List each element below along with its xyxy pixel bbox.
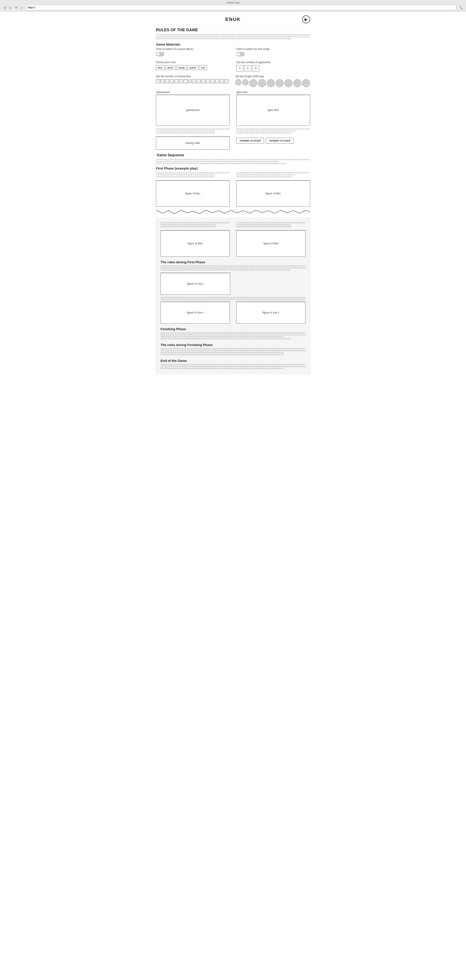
color-blue[interactable]: blue [156, 65, 164, 70]
fleeing-label: fleeing order [185, 141, 201, 145]
gameboard-label: Gameboard [156, 91, 230, 94]
figure1-col: figure of tiles [156, 180, 230, 207]
animal-tiles-label: Set the number of animal tiles [156, 75, 228, 78]
opponents-col: Set the number of opponents 1 2 3 [236, 61, 310, 73]
finishing-phase-text [161, 332, 305, 339]
home-button[interactable]: ⌂ [19, 5, 24, 10]
first-phase-heading: First Phase (example play) [156, 166, 310, 170]
rules-title: RULES OF THE GAME [156, 28, 310, 32]
first-phase-rules-heading: The rules during First Phase [161, 260, 305, 264]
animal-tiles-slider [156, 79, 228, 83]
tile-13 [211, 79, 214, 83]
rule-figure1-image: figure of rule x [161, 273, 230, 295]
tile-3 [165, 79, 169, 83]
color-opponents-row: Chose your color blue green orang purple… [156, 61, 310, 73]
game-sequence-heading: Game Sequence [156, 153, 310, 157]
opponents-2[interactable]: 2 [244, 65, 251, 71]
back-button[interactable]: ◁ [2, 5, 7, 10]
rule-fig2-col: figure of rule x [161, 302, 230, 324]
day-5 [267, 79, 275, 87]
search-button[interactable]: 🔍 [458, 5, 464, 10]
browser-toolbar: ◁ ▷ ✕ ⌂ 🔍 [2, 5, 464, 10]
first-phase-right-text [236, 172, 310, 177]
meeples-buttons: meeples on board meeples on board [236, 138, 310, 143]
gameboard-desc [156, 128, 230, 134]
figures-row-2-text [161, 221, 305, 228]
color-buttons: blue green orang purple red [156, 65, 230, 70]
sound-label: Click to switch On sound effects [156, 48, 230, 51]
day-2 [242, 79, 248, 86]
color-label: Chose your color [156, 61, 230, 64]
end-game-heading: End of the Game [161, 359, 305, 363]
sound-toggle[interactable] [156, 52, 164, 56]
finishing-phase-heading: Finishing Phase [161, 327, 305, 331]
day-length-col: Set the length of the day [235, 75, 310, 89]
figure4-col: figure of tiles [236, 230, 305, 257]
after-rule1-text [161, 297, 305, 300]
meeples-col: meeples on board meeples on board [236, 137, 310, 150]
figure1-label: figure of tiles [184, 192, 201, 195]
sound-col: Click to switch On sound effects [156, 48, 230, 59]
tile-4 [170, 79, 174, 83]
close-button[interactable]: ✕ [14, 5, 19, 10]
end-game-text [161, 364, 305, 369]
first-phase-rules-text [161, 265, 305, 270]
figure4-image: figure of tiles [236, 230, 305, 257]
color-purple[interactable]: purple [187, 65, 198, 70]
forward-button[interactable]: ▷ [8, 5, 13, 10]
address-bar[interactable] [26, 5, 456, 10]
rule-figure-1-col: figure of rule x [161, 273, 230, 295]
tile-11 [201, 79, 205, 83]
browser-chrome: A Web Page ◁ ▷ ✕ ⌂ 🔍 [0, 0, 466, 12]
first-phase-left-text [156, 172, 230, 177]
color-green[interactable]: green [165, 65, 176, 70]
day-8 [293, 79, 301, 87]
opponents-3[interactable]: 3 [252, 65, 259, 71]
tile-5 [174, 79, 179, 83]
gameboard-image: gameboard [156, 95, 230, 126]
figure3-col: figure of tiles [161, 230, 230, 257]
color-col: Chose your color blue green orang purple… [156, 61, 230, 73]
rule3-label: figure of rule x [262, 311, 280, 314]
game-materials-heading: Game Materials [156, 43, 310, 46]
color-red[interactable]: red [199, 65, 207, 70]
fig3-text [161, 222, 230, 228]
rule1-label: figure of rule x [186, 282, 204, 285]
tile-2 [161, 79, 164, 83]
tile-8 [188, 80, 192, 83]
sound-toggle-knob [156, 52, 160, 56]
igloo-label: Igloo tiles [236, 91, 310, 94]
test-toggle[interactable] [236, 52, 245, 56]
figure1-image: figure of tiles [156, 180, 230, 207]
sequence-intro-text [156, 159, 310, 164]
day-7 [284, 79, 292, 87]
rule-figures-row: figure of rule x figure of rule x [161, 302, 305, 324]
rule-fig3-col: figure of rule x [236, 302, 305, 324]
igloo-img-label: igloo tiles [267, 108, 279, 112]
opponents-1[interactable]: 1 [236, 65, 243, 71]
opponents-buttons: 1 2 3 [236, 65, 310, 71]
fleeing-meeples-row: fleeing order meeples on board meeples o… [156, 137, 310, 150]
tiles-day-row: Set the number of animal tiles [156, 75, 310, 89]
gameboard-col: Gameboard gameboard [156, 91, 230, 126]
tile-12 [206, 79, 210, 83]
igloo-image: igloo tiles [236, 95, 310, 126]
figure2-image: figure of tiles [236, 180, 310, 207]
tile-16 [224, 79, 228, 83]
meeples-btn-2[interactable]: meeples on board [266, 138, 294, 143]
below-images-text [156, 128, 310, 134]
igloo-desc [236, 128, 310, 134]
day-3 [249, 79, 257, 87]
page-content: ENUK ▶ RULES OF THE GAME Game Materials … [152, 12, 314, 381]
opponents-label: Set the number of opponents [236, 61, 310, 64]
day-1 [235, 79, 241, 86]
tile-15 [220, 79, 224, 83]
color-orange[interactable]: orang [176, 65, 187, 70]
finishing-rules-heading: The rules during Finishing Phase [161, 343, 305, 347]
torn-divider [156, 209, 310, 215]
figure2-col: figure of tiles [236, 180, 310, 207]
animal-tiles-col: Set the number of animal tiles [156, 75, 228, 89]
meeples-btn-1[interactable]: meeples on board [236, 138, 264, 143]
figure4-label: figure of tiles [263, 242, 279, 245]
tile-7 [184, 79, 188, 83]
